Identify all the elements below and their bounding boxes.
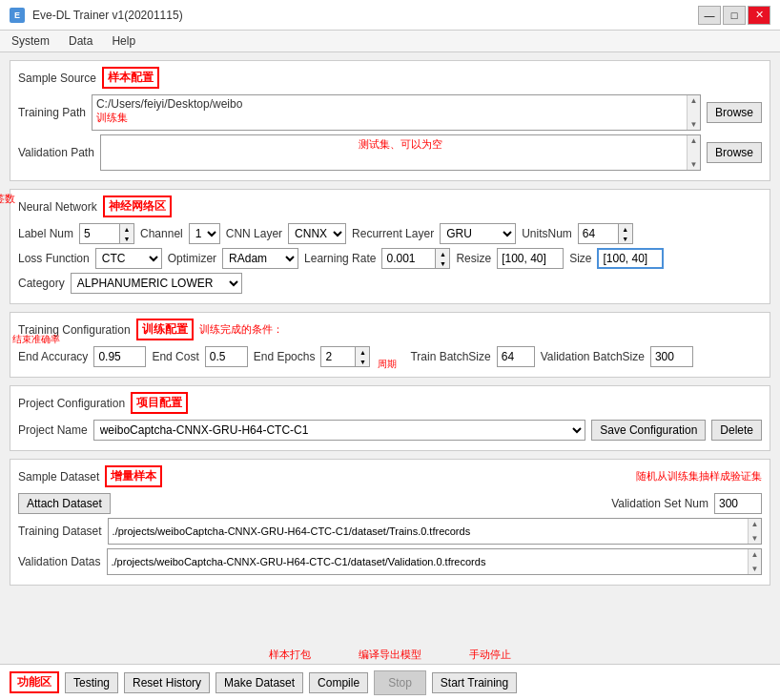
vd-scroll-up[interactable]: ▲ [751,550,759,559]
nn-row2: Loss Function CTC CE Optimizer RAdam Ada… [18,248,762,269]
sample-dataset-label-box: 增量样本 [105,465,162,487]
nn-row1: Label Num ▲ ▼ Channel 1 3 CNN Layer CNNX… [18,223,762,244]
neural-network-title: Neural Network 神经网络区 标签数 [18,196,762,217]
units-num-up[interactable]: ▲ [619,224,632,234]
stop-button[interactable]: Stop [374,670,426,695]
scroll-down-icon2[interactable]: ▼ [690,160,698,169]
training-config-annotation3: 周期 [378,358,397,371]
sample-dataset-annotation: 随机从训练集抽样成验证集 [636,469,762,484]
training-config-label-box: 训练配置 [136,319,194,340]
window-controls: — □ ✕ [698,6,770,25]
end-epochs-input[interactable] [320,346,355,367]
category-select[interactable]: ALPHANUMERIC LOWER ALPHANUMERIC NUMERIC [71,273,242,294]
recurrent-layer-select[interactable]: GRU LSTM BLSTM [440,223,516,244]
td-scroll-down[interactable]: ▼ [751,534,759,543]
optimizer-select[interactable]: RAdam Adam SGD [222,248,298,269]
project-config-row: Project Name weiboCaptcha-CNNX-GRU-H64-C… [18,420,762,441]
project-config-title: Project Configuration 项目配置 [18,392,762,414]
validation-path-row: Validation Path 测试集、可以为空 ▲ ▼ Browse [18,134,762,171]
loss-function-select[interactable]: CTC CE [95,248,162,269]
validation-batchsize-input[interactable] [650,346,693,367]
save-configuration-button[interactable]: Save Configuration [591,420,706,441]
reset-history-button[interactable]: Reset History [124,672,210,693]
validation-dataset-container: ./projects/weiboCaptcha-CNNX-GRU-H64-CTC… [107,548,763,575]
cnn-layer-label: CNN Layer [226,227,282,240]
menu-data[interactable]: Data [61,32,100,50]
epochs-up[interactable]: ▲ [356,347,369,357]
funcarea-label: 功能区 [10,671,59,693]
delete-button[interactable]: Delete [711,420,762,441]
start-training-button[interactable]: Start Training [432,672,517,693]
sample-source-title: Sample Source 样本配置 [18,67,762,89]
validation-dataset-row: Validation Datas ./projects/weiboCaptcha… [18,548,762,575]
maximize-button[interactable]: □ [723,6,746,25]
minimize-button[interactable]: — [698,6,721,25]
nn-row3: Category ALPHANUMERIC LOWER ALPHANUMERIC… [18,273,762,294]
project-config-label: Project Configuration [18,397,125,410]
project-name-select[interactable]: weiboCaptcha-CNNX-GRU-H64-CTC-C1 [93,420,586,441]
validation-path-annotation: 测试集、可以为空 [359,137,442,152]
learning-rate-label: Learning Rate [304,252,376,265]
learning-rate-input[interactable] [381,248,435,269]
training-dataset-label: Training Dataset [18,525,102,538]
vd-scroll-down[interactable]: ▼ [751,565,759,573]
scroll-up-icon[interactable]: ▲ [690,96,698,105]
make-dataset-button[interactable]: Make Dataset [216,672,303,693]
close-button[interactable]: ✕ [748,6,770,25]
project-config-label-box: 项目配置 [131,392,188,414]
channel-select[interactable]: 1 3 [189,223,220,244]
sample-source-section: Sample Source 样本配置 Training Path C:/User… [10,60,770,181]
recurrent-layer-label: Recurrent Layer [352,227,434,240]
resize-input[interactable] [497,248,564,269]
attach-dataset-button[interactable]: Attach Dataset [18,493,111,514]
lr-down[interactable]: ▼ [436,258,449,268]
training-dataset-value: ./projects/weiboCaptcha-CNNX-GRU-H64-CTC… [113,525,757,537]
compile-button[interactable]: Compile [309,672,368,693]
end-cost-input[interactable] [205,346,248,367]
validation-set-num-input[interactable] [714,493,762,514]
validation-batchsize-label: Validation BatchSize [541,350,645,363]
train-batchsize-input[interactable] [497,346,535,367]
label-num-label: Label Num [18,227,73,240]
training-path-annotation: 训练集 [96,111,242,125]
training-path-label: Training Path [18,106,86,119]
bottom-bar: 样本打包 编译导出模型 手动停止 功能区 Testing Reset Histo… [0,664,780,700]
menu-help[interactable]: Help [104,32,143,50]
menu-system[interactable]: System [4,32,57,50]
end-epochs-spinner: ▲ ▼ [320,346,370,367]
training-browse-button[interactable]: Browse [707,102,762,123]
lr-up[interactable]: ▲ [436,249,449,258]
sample-source-label: Sample Source [18,72,96,85]
epochs-down[interactable]: ▼ [356,357,369,366]
validation-dataset-label: Validation Datas [18,555,101,568]
window-title: Eve-DL Trainer v1(20201115) [32,9,183,22]
units-num-arrows: ▲ ▼ [618,223,633,244]
scroll-down-icon[interactable]: ▼ [690,120,698,129]
testing-button[interactable]: Testing [65,672,118,693]
neural-network-section: Neural Network 神经网络区 标签数 Label Num ▲ ▼ C… [10,189,770,304]
scroll-up-icon2[interactable]: ▲ [690,136,698,145]
title-bar: E Eve-DL Trainer v1(20201115) — □ ✕ [0,0,780,31]
dataset-controls-row: Attach Dataset Validation Set Num [18,493,762,514]
label-num-up[interactable]: ▲ [120,224,133,234]
size-input[interactable] [597,248,664,269]
end-epochs-label: End Epochs [254,350,316,363]
label-num-down[interactable]: ▼ [120,234,133,243]
training-config-section: Training Configuration 训练配置 训练完成的条件： 结束准… [10,312,770,378]
training-dataset-row: Training Dataset ./projects/weiboCaptcha… [18,518,762,545]
units-num-down[interactable]: ▼ [619,234,632,243]
validation-browse-button[interactable]: Browse [707,142,762,163]
label-num-input[interactable] [79,223,119,244]
td-scroll-up[interactable]: ▲ [751,520,759,528]
end-accuracy-label: End Accuracy [18,350,88,363]
learning-rate-spinner: ▲ ▼ [381,248,450,269]
sample-dataset-section: Sample Dataset 增量样本 随机从训练集抽样成验证集 Attach … [10,459,770,586]
units-num-input[interactable] [578,223,618,244]
training-path-value: C:/Users/feiyi/Desktop/weibo [96,97,242,111]
end-accuracy-input[interactable] [93,346,146,367]
training-path-scrollbar: ▲ ▼ [687,95,700,130]
bottom-spacer [10,593,770,633]
training-path-text: C:/Users/feiyi/Desktop/weibo 训练集 [96,97,242,125]
cnn-layer-select[interactable]: CNNX CNN2 CNN3 [288,223,346,244]
training-config-row: End Accuracy End Cost End Epochs ▲ ▼ 周期 … [18,346,762,367]
